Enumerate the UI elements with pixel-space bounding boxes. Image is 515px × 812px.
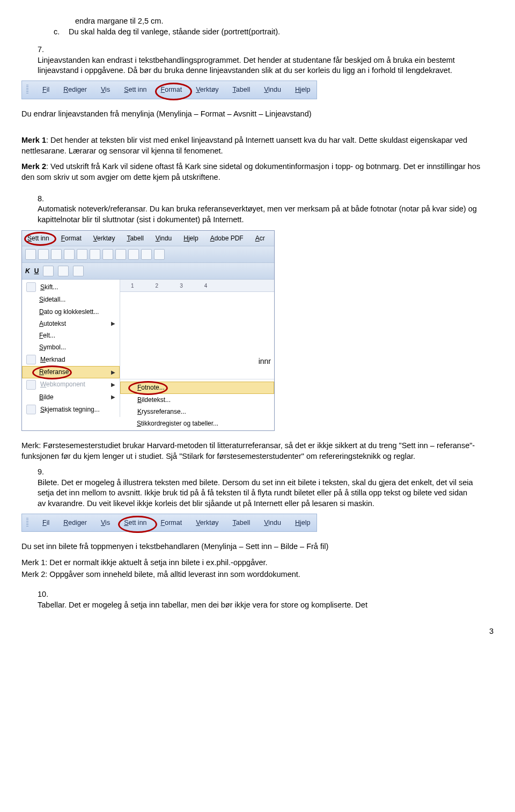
dropdown-item: Skjematisk tegning... [22,403,120,416]
menu-item: Verktøy [91,233,117,244]
toolbar-icon [102,249,113,260]
dropdown-item: Stikkordregister og tabeller... [120,418,274,429]
note-label: Merk 2 [21,162,46,171]
menu-item: Sett inn [122,84,149,96]
menu-item: Hjelp [181,233,200,244]
menubar-screenshot-1: FilRedigerVisSett innFormatVerktøyTabell… [21,81,317,99]
dropdown-item: Webkomponent▶ [22,378,120,391]
menu-item: Tabell [231,517,253,529]
word-top-menu: Sett innFormatVerktøyTabellVinduHjelpAdo… [22,231,274,246]
list-number: 8. [38,194,52,204]
menubar-screenshot-2: FilRedigerVisSett innFormatVerktøyTabell… [21,514,317,532]
list-sub-text: Du skal halda deg til vanlege, ståande s… [69,27,280,36]
ruler: 1234 [120,280,274,292]
menu-item: Hjelp [293,517,313,529]
menu-item: Tabell [231,84,253,96]
floating-document-text: innr [259,356,271,367]
menubar-grip-icon [26,518,28,528]
dropdown-item-label: Webkomponent [40,380,85,389]
dropdown-item: Symbol... [22,341,120,353]
toolbar-icon [115,249,126,260]
dropdown-item-label: Autotekst [39,319,66,328]
dropdown-item-label: Skift... [40,283,58,291]
align-icon [73,266,84,276]
dropdown-left-column: Skift...Sidetall...Dato og klokkeslett..… [22,280,120,416]
menu-item: Rediger [61,84,89,96]
ruler-tick: 3 [180,282,183,290]
paragraph: Du set inn bilete frå toppmenyen i tekst… [21,542,494,552]
dropdown-item: Merknad [22,353,120,366]
list-letter: c. [54,27,67,38]
menu-item-icon [124,407,133,416]
list-text: Automatisk noteverk/referansar. Du kan b… [38,204,477,225]
dropdown-item-label: Referanse [39,368,69,376]
menu-item: Vindu [262,517,283,529]
note-text: : Ved utskrift frå Kark vil sidene oftas… [21,162,480,181]
menu-item: Vis [99,84,112,96]
menu-item-icon [26,368,35,376]
list-item-8: 8. Automatisk noteverk/referansar. Du ka… [38,194,494,225]
toolbar-icon [128,249,139,260]
dropdown-item-label: Symbol... [39,343,66,352]
toolbar-icon [90,249,100,260]
dropdown-item: Autotekst▶ [22,318,120,330]
menu-item-icon [26,282,36,292]
menu-item: Vindu [262,84,283,96]
list-number: 10. [38,589,52,600]
submenu-arrow-icon: ▶ [111,381,115,389]
dropdown-item-label: Skjematisk tegning... [40,405,100,414]
menu-item-icon [26,295,35,304]
submenu-arrow-icon: ▶ [111,393,115,401]
dropdown-item: Dato og klokkeslett... [22,306,120,318]
menu-item-icon [26,331,35,340]
dropdown-item: Kryssreferanse... [120,406,274,418]
menu-item: Fil [40,84,52,96]
menu-item: Hjelp [293,84,313,96]
dropdown-item: Bilde▶ [22,391,120,403]
dropdown-item-label: Bilde [39,393,54,401]
dropdown-right-column: 1234 innr Fotnote...Bildetekst...Kryssre… [120,280,274,430]
menu-item: Acr [253,233,267,244]
menu-item: Vis [99,517,112,529]
italic-button-icon: K [25,267,30,275]
dropdown-item-label: Merknad [40,355,65,364]
list-text: Linjeavstanden kan endrast i tekstbehand… [38,55,477,76]
list-item-9: 9. Bilete. Det er mogeleg å illustrera t… [38,467,494,509]
toolbar-icon [141,249,152,260]
menu-item-icon [124,383,133,392]
word-toolbar [22,246,274,263]
paragraph: Du endrar linjeavstanden frå menylinja (… [21,109,494,120]
toolbar-icon [77,249,87,260]
note-b1: Merk 1: Det er normalt ikkje aktuelt å s… [21,558,494,568]
menu-item-icon [26,343,35,352]
menubar-grip-icon [26,85,28,94]
menu-item: Format [59,233,84,244]
menu-item-icon [26,319,35,328]
menu-item: Verktøy [194,517,220,529]
dropdown-item: Fotnote... [120,382,274,393]
page-number: 3 [21,626,494,637]
list-text: Bilete. Det er mogeleg å illustrera teks… [38,478,477,509]
list-sub-item: c. Du skal halda deg til vanlege, ståand… [54,27,494,38]
menu-item-icon [124,396,133,404]
menu-item: Fil [40,517,52,529]
ruler-tick: 4 [204,282,208,290]
menu-item-icon [124,419,133,428]
toolbar-icon [25,249,36,260]
menu-item: Vindu [153,233,174,244]
note-b2: Merk 2: Oppgåver som inneheld bilete, må… [21,569,494,580]
menu-item: Rediger [61,517,89,529]
toolbar-icon [64,249,75,260]
note-1: Merk 1: Det hender at teksten blir vist … [21,135,494,156]
list-number: 9. [38,467,52,478]
menu-item: Format [159,517,185,529]
menu-item: Tabell [124,233,145,244]
dropdown-item-label: Dato og klokkeslett... [39,308,99,316]
note-text: : Det hender at teksten blir vist med en… [21,136,467,155]
dropdown-item-label: Felt... [39,331,55,340]
toolbar-icon [51,249,62,260]
dropdown-item: Referanse▶ [22,366,120,378]
list-sub-line: endra margane til 2,5 cm. [75,16,494,27]
dropdown-item-label: Stikkordregister og tabeller... [137,419,218,428]
list-number: 7. [38,45,52,55]
